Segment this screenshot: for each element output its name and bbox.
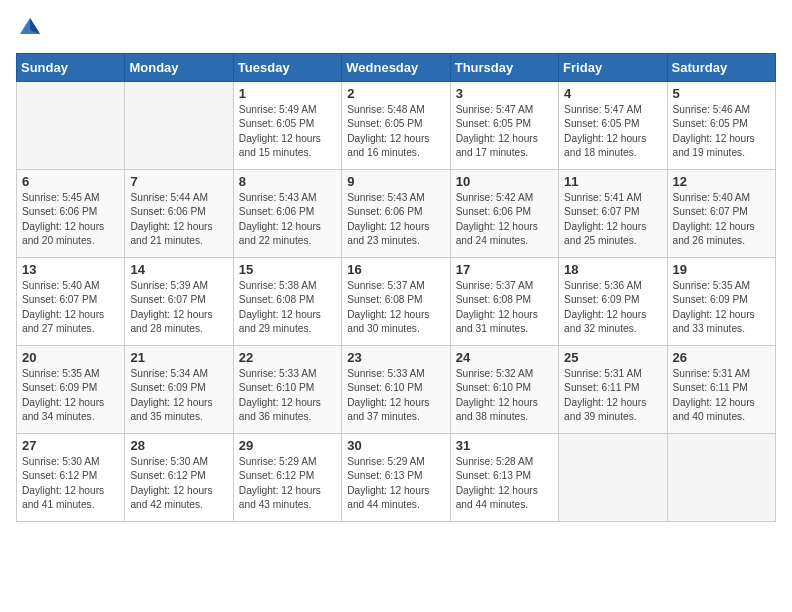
day-number: 30 (347, 438, 444, 453)
calendar-cell: 21 Sunrise: 5:34 AM Sunset: 6:09 PM Dayl… (125, 346, 233, 434)
day-number: 22 (239, 350, 336, 365)
day-number: 13 (22, 262, 119, 277)
calendar-cell: 2 Sunrise: 5:48 AM Sunset: 6:05 PM Dayli… (342, 82, 450, 170)
page-header (16, 16, 776, 41)
cell-content: Sunrise: 5:43 AM Sunset: 6:06 PM Dayligh… (347, 191, 444, 248)
logo-icon (18, 16, 42, 36)
calendar-cell: 9 Sunrise: 5:43 AM Sunset: 6:06 PM Dayli… (342, 170, 450, 258)
cell-content: Sunrise: 5:28 AM Sunset: 6:13 PM Dayligh… (456, 455, 553, 512)
calendar-cell: 15 Sunrise: 5:38 AM Sunset: 6:08 PM Dayl… (233, 258, 341, 346)
calendar-week-5: 27 Sunrise: 5:30 AM Sunset: 6:12 PM Dayl… (17, 434, 776, 522)
day-number: 7 (130, 174, 227, 189)
calendar-cell: 20 Sunrise: 5:35 AM Sunset: 6:09 PM Dayl… (17, 346, 125, 434)
calendar-cell (17, 82, 125, 170)
cell-content: Sunrise: 5:40 AM Sunset: 6:07 PM Dayligh… (22, 279, 119, 336)
calendar-week-3: 13 Sunrise: 5:40 AM Sunset: 6:07 PM Dayl… (17, 258, 776, 346)
cell-content: Sunrise: 5:36 AM Sunset: 6:09 PM Dayligh… (564, 279, 661, 336)
day-number: 24 (456, 350, 553, 365)
day-number: 15 (239, 262, 336, 277)
calendar-cell (667, 434, 775, 522)
cell-content: Sunrise: 5:48 AM Sunset: 6:05 PM Dayligh… (347, 103, 444, 160)
day-number: 18 (564, 262, 661, 277)
day-number: 16 (347, 262, 444, 277)
calendar-week-2: 6 Sunrise: 5:45 AM Sunset: 6:06 PM Dayli… (17, 170, 776, 258)
day-header-saturday: Saturday (667, 54, 775, 82)
calendar-cell: 24 Sunrise: 5:32 AM Sunset: 6:10 PM Dayl… (450, 346, 558, 434)
day-number: 27 (22, 438, 119, 453)
day-number: 29 (239, 438, 336, 453)
cell-content: Sunrise: 5:39 AM Sunset: 6:07 PM Dayligh… (130, 279, 227, 336)
day-number: 20 (22, 350, 119, 365)
calendar-cell: 4 Sunrise: 5:47 AM Sunset: 6:05 PM Dayli… (559, 82, 667, 170)
calendar-cell: 25 Sunrise: 5:31 AM Sunset: 6:11 PM Dayl… (559, 346, 667, 434)
day-number: 3 (456, 86, 553, 101)
day-number: 6 (22, 174, 119, 189)
cell-content: Sunrise: 5:38 AM Sunset: 6:08 PM Dayligh… (239, 279, 336, 336)
cell-content: Sunrise: 5:44 AM Sunset: 6:06 PM Dayligh… (130, 191, 227, 248)
day-number: 19 (673, 262, 770, 277)
calendar-cell: 1 Sunrise: 5:49 AM Sunset: 6:05 PM Dayli… (233, 82, 341, 170)
cell-content: Sunrise: 5:47 AM Sunset: 6:05 PM Dayligh… (564, 103, 661, 160)
cell-content: Sunrise: 5:45 AM Sunset: 6:06 PM Dayligh… (22, 191, 119, 248)
cell-content: Sunrise: 5:49 AM Sunset: 6:05 PM Dayligh… (239, 103, 336, 160)
cell-content: Sunrise: 5:31 AM Sunset: 6:11 PM Dayligh… (564, 367, 661, 424)
day-number: 12 (673, 174, 770, 189)
day-number: 26 (673, 350, 770, 365)
calendar-cell: 3 Sunrise: 5:47 AM Sunset: 6:05 PM Dayli… (450, 82, 558, 170)
cell-content: Sunrise: 5:42 AM Sunset: 6:06 PM Dayligh… (456, 191, 553, 248)
day-number: 25 (564, 350, 661, 365)
day-number: 9 (347, 174, 444, 189)
cell-content: Sunrise: 5:40 AM Sunset: 6:07 PM Dayligh… (673, 191, 770, 248)
day-number: 14 (130, 262, 227, 277)
day-number: 31 (456, 438, 553, 453)
calendar-cell: 30 Sunrise: 5:29 AM Sunset: 6:13 PM Dayl… (342, 434, 450, 522)
day-number: 23 (347, 350, 444, 365)
day-number: 5 (673, 86, 770, 101)
cell-content: Sunrise: 5:30 AM Sunset: 6:12 PM Dayligh… (130, 455, 227, 512)
calendar-cell: 5 Sunrise: 5:46 AM Sunset: 6:05 PM Dayli… (667, 82, 775, 170)
cell-content: Sunrise: 5:35 AM Sunset: 6:09 PM Dayligh… (22, 367, 119, 424)
day-number: 11 (564, 174, 661, 189)
day-number: 4 (564, 86, 661, 101)
cell-content: Sunrise: 5:37 AM Sunset: 6:08 PM Dayligh… (347, 279, 444, 336)
calendar-cell: 14 Sunrise: 5:39 AM Sunset: 6:07 PM Dayl… (125, 258, 233, 346)
calendar-cell: 28 Sunrise: 5:30 AM Sunset: 6:12 PM Dayl… (125, 434, 233, 522)
calendar-cell: 18 Sunrise: 5:36 AM Sunset: 6:09 PM Dayl… (559, 258, 667, 346)
cell-content: Sunrise: 5:37 AM Sunset: 6:08 PM Dayligh… (456, 279, 553, 336)
calendar-cell: 13 Sunrise: 5:40 AM Sunset: 6:07 PM Dayl… (17, 258, 125, 346)
cell-content: Sunrise: 5:35 AM Sunset: 6:09 PM Dayligh… (673, 279, 770, 336)
calendar-week-4: 20 Sunrise: 5:35 AM Sunset: 6:09 PM Dayl… (17, 346, 776, 434)
calendar-table: SundayMondayTuesdayWednesdayThursdayFrid… (16, 53, 776, 522)
cell-content: Sunrise: 5:32 AM Sunset: 6:10 PM Dayligh… (456, 367, 553, 424)
calendar-cell: 23 Sunrise: 5:33 AM Sunset: 6:10 PM Dayl… (342, 346, 450, 434)
cell-content: Sunrise: 5:47 AM Sunset: 6:05 PM Dayligh… (456, 103, 553, 160)
cell-content: Sunrise: 5:31 AM Sunset: 6:11 PM Dayligh… (673, 367, 770, 424)
calendar-cell: 8 Sunrise: 5:43 AM Sunset: 6:06 PM Dayli… (233, 170, 341, 258)
day-number: 21 (130, 350, 227, 365)
day-header-monday: Monday (125, 54, 233, 82)
day-number: 2 (347, 86, 444, 101)
day-number: 1 (239, 86, 336, 101)
day-number: 28 (130, 438, 227, 453)
cell-content: Sunrise: 5:43 AM Sunset: 6:06 PM Dayligh… (239, 191, 336, 248)
day-number: 8 (239, 174, 336, 189)
calendar-cell: 7 Sunrise: 5:44 AM Sunset: 6:06 PM Dayli… (125, 170, 233, 258)
days-header-row: SundayMondayTuesdayWednesdayThursdayFrid… (17, 54, 776, 82)
cell-content: Sunrise: 5:46 AM Sunset: 6:05 PM Dayligh… (673, 103, 770, 160)
day-number: 10 (456, 174, 553, 189)
cell-content: Sunrise: 5:30 AM Sunset: 6:12 PM Dayligh… (22, 455, 119, 512)
cell-content: Sunrise: 5:33 AM Sunset: 6:10 PM Dayligh… (347, 367, 444, 424)
day-header-friday: Friday (559, 54, 667, 82)
calendar-cell: 10 Sunrise: 5:42 AM Sunset: 6:06 PM Dayl… (450, 170, 558, 258)
calendar-cell: 29 Sunrise: 5:29 AM Sunset: 6:12 PM Dayl… (233, 434, 341, 522)
day-header-tuesday: Tuesday (233, 54, 341, 82)
calendar-cell: 16 Sunrise: 5:37 AM Sunset: 6:08 PM Dayl… (342, 258, 450, 346)
calendar-cell: 26 Sunrise: 5:31 AM Sunset: 6:11 PM Dayl… (667, 346, 775, 434)
calendar-cell (125, 82, 233, 170)
cell-content: Sunrise: 5:41 AM Sunset: 6:07 PM Dayligh… (564, 191, 661, 248)
calendar-cell: 31 Sunrise: 5:28 AM Sunset: 6:13 PM Dayl… (450, 434, 558, 522)
calendar-cell: 12 Sunrise: 5:40 AM Sunset: 6:07 PM Dayl… (667, 170, 775, 258)
calendar-cell: 27 Sunrise: 5:30 AM Sunset: 6:12 PM Dayl… (17, 434, 125, 522)
calendar-week-1: 1 Sunrise: 5:49 AM Sunset: 6:05 PM Dayli… (17, 82, 776, 170)
cell-content: Sunrise: 5:34 AM Sunset: 6:09 PM Dayligh… (130, 367, 227, 424)
